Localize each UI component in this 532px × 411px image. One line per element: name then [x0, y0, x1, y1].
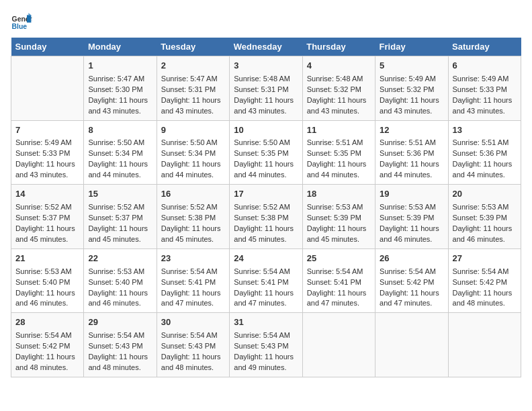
day-info-line: and 47 minutes. [234, 298, 298, 309]
calendar-cell [302, 313, 375, 377]
svg-marker-3 [28, 13, 31, 15]
day-info-line: Sunset: 5:34 PM [161, 148, 225, 159]
day-info-line: Sunrise: 5:53 AM [15, 267, 79, 277]
day-number: 15 [88, 188, 152, 201]
calendar-cell: 2Sunrise: 5:47 AMSunset: 5:31 PMDaylight… [157, 56, 229, 121]
day-info-line: Sunrise: 5:54 AM [15, 330, 79, 341]
day-info-line: Sunrise: 5:53 AM [380, 202, 443, 213]
day-info-line: Sunrise: 5:53 AM [453, 202, 517, 213]
day-number: 1 [88, 60, 152, 73]
calendar-cell [375, 313, 448, 377]
day-info-line: Daylight: 11 hours [307, 95, 371, 106]
day-info-line: and 43 minutes. [15, 170, 79, 181]
calendar-cell: 4Sunrise: 5:48 AMSunset: 5:32 PMDaylight… [302, 56, 375, 121]
day-info-line: Sunset: 5:41 PM [161, 277, 225, 288]
day-info-line: Sunset: 5:36 PM [453, 148, 517, 159]
calendar-cell: 1Sunrise: 5:47 AMSunset: 5:30 PMDaylight… [84, 56, 157, 121]
day-info-line: Sunrise: 5:52 AM [88, 202, 152, 213]
day-number: 20 [453, 188, 517, 201]
calendar-cell: 17Sunrise: 5:52 AMSunset: 5:38 PMDayligh… [230, 185, 302, 249]
calendar-cell: 28Sunrise: 5:54 AMSunset: 5:42 PMDayligh… [11, 313, 84, 377]
day-number: 27 [453, 253, 517, 265]
page-header: General Blue [11, 11, 521, 32]
day-info-line: Daylight: 11 hours [88, 224, 152, 234]
day-info-line: Sunset: 5:33 PM [15, 148, 79, 159]
day-info-line: Daylight: 11 hours [234, 95, 298, 106]
calendar-header-row: SundayMondayTuesdayWednesdayThursdayFrid… [11, 38, 521, 56]
calendar-cell: 10Sunrise: 5:50 AMSunset: 5:35 PMDayligh… [230, 120, 302, 185]
calendar-cell: 3Sunrise: 5:48 AMSunset: 5:31 PMDaylight… [230, 56, 302, 121]
day-info-line: and 43 minutes. [88, 106, 152, 117]
day-info-line: Sunset: 5:39 PM [380, 213, 443, 224]
day-info-line: Daylight: 11 hours [161, 352, 225, 363]
day-info-line: Sunrise: 5:54 AM [234, 267, 298, 277]
day-info-line: Sunset: 5:41 PM [234, 277, 298, 288]
logo-icon: General Blue [11, 11, 32, 32]
day-info-line: Daylight: 11 hours [234, 224, 298, 234]
day-info-line: Sunset: 5:32 PM [307, 85, 371, 95]
calendar-cell: 9Sunrise: 5:50 AMSunset: 5:34 PMDaylight… [157, 120, 229, 185]
day-info-line: and 44 minutes. [161, 170, 225, 181]
day-info-line: Sunrise: 5:54 AM [234, 330, 298, 341]
calendar-cell: 24Sunrise: 5:54 AMSunset: 5:41 PMDayligh… [230, 248, 302, 313]
day-info-line: Sunrise: 5:51 AM [307, 138, 371, 148]
day-info-line: Sunset: 5:37 PM [88, 213, 152, 224]
day-info-line: and 45 minutes. [234, 234, 298, 245]
day-info-line: and 49 minutes. [234, 363, 298, 373]
calendar-cell: 18Sunrise: 5:53 AMSunset: 5:39 PMDayligh… [302, 185, 375, 249]
day-info-line: Daylight: 11 hours [15, 352, 79, 363]
day-info-line: Sunset: 5:41 PM [307, 277, 371, 288]
calendar-cell: 25Sunrise: 5:54 AMSunset: 5:41 PMDayligh… [302, 248, 375, 313]
calendar-cell: 16Sunrise: 5:52 AMSunset: 5:38 PMDayligh… [157, 185, 229, 249]
day-info-line: and 43 minutes. [380, 106, 443, 117]
day-info-line: Sunset: 5:42 PM [380, 277, 443, 288]
day-info-line: Daylight: 11 hours [15, 159, 79, 170]
day-info-line: Daylight: 11 hours [234, 288, 298, 299]
day-info-line: Daylight: 11 hours [453, 288, 517, 299]
calendar-cell: 8Sunrise: 5:50 AMSunset: 5:34 PMDaylight… [84, 120, 157, 185]
calendar-week-1: 1Sunrise: 5:47 AMSunset: 5:30 PMDaylight… [11, 56, 521, 121]
day-info-line: and 44 minutes. [234, 170, 298, 181]
calendar-cell: 12Sunrise: 5:51 AMSunset: 5:36 PMDayligh… [375, 120, 448, 185]
day-info-line: and 45 minutes. [15, 234, 79, 245]
day-info-line: Sunset: 5:37 PM [15, 213, 79, 224]
calendar-cell: 21Sunrise: 5:53 AMSunset: 5:40 PMDayligh… [11, 248, 84, 313]
calendar-cell: 30Sunrise: 5:54 AMSunset: 5:43 PMDayligh… [157, 313, 229, 377]
day-info-line: Sunrise: 5:48 AM [307, 74, 371, 85]
day-info-line: Daylight: 11 hours [15, 224, 79, 234]
day-info-line: Daylight: 11 hours [88, 95, 152, 106]
day-info-line: Sunrise: 5:52 AM [234, 202, 298, 213]
day-info-line: Daylight: 11 hours [15, 288, 79, 299]
calendar-cell: 31Sunrise: 5:54 AMSunset: 5:43 PMDayligh… [230, 313, 302, 377]
day-number: 30 [161, 316, 225, 329]
calendar-cell: 20Sunrise: 5:53 AMSunset: 5:39 PMDayligh… [448, 185, 521, 249]
day-info-line: and 45 minutes. [88, 234, 152, 245]
day-number: 29 [88, 316, 152, 329]
calendar-cell [11, 56, 84, 121]
day-info-line: Sunset: 5:38 PM [234, 213, 298, 224]
svg-marker-2 [27, 15, 31, 22]
day-info-line: Sunset: 5:43 PM [161, 341, 225, 352]
day-info-line: Sunset: 5:40 PM [88, 277, 152, 288]
day-info-line: and 48 minutes. [15, 363, 79, 373]
day-number: 6 [453, 60, 517, 73]
day-info-line: Daylight: 11 hours [380, 95, 443, 106]
day-info-line: and 43 minutes. [453, 106, 517, 117]
day-number: 26 [380, 253, 443, 265]
day-info-line: and 44 minutes. [88, 170, 152, 181]
day-info-line: Sunrise: 5:54 AM [380, 267, 443, 277]
day-info-line: and 48 minutes. [88, 363, 152, 373]
day-info-line: and 48 minutes. [453, 298, 517, 309]
day-info-line: and 43 minutes. [307, 106, 371, 117]
day-info-line: and 43 minutes. [234, 106, 298, 117]
day-info-line: and 46 minutes. [453, 234, 517, 245]
day-info-line: Sunset: 5:31 PM [234, 85, 298, 95]
day-info-line: Daylight: 11 hours [380, 224, 443, 234]
calendar-week-4: 21Sunrise: 5:53 AMSunset: 5:40 PMDayligh… [11, 248, 521, 313]
day-info-line: Sunset: 5:42 PM [453, 277, 517, 288]
day-info-line: Sunset: 5:40 PM [15, 277, 79, 288]
day-info-line: and 44 minutes. [453, 170, 517, 181]
calendar-cell: 22Sunrise: 5:53 AMSunset: 5:40 PMDayligh… [84, 248, 157, 313]
calendar-cell: 13Sunrise: 5:51 AMSunset: 5:36 PMDayligh… [448, 120, 521, 185]
day-number: 9 [161, 124, 225, 137]
